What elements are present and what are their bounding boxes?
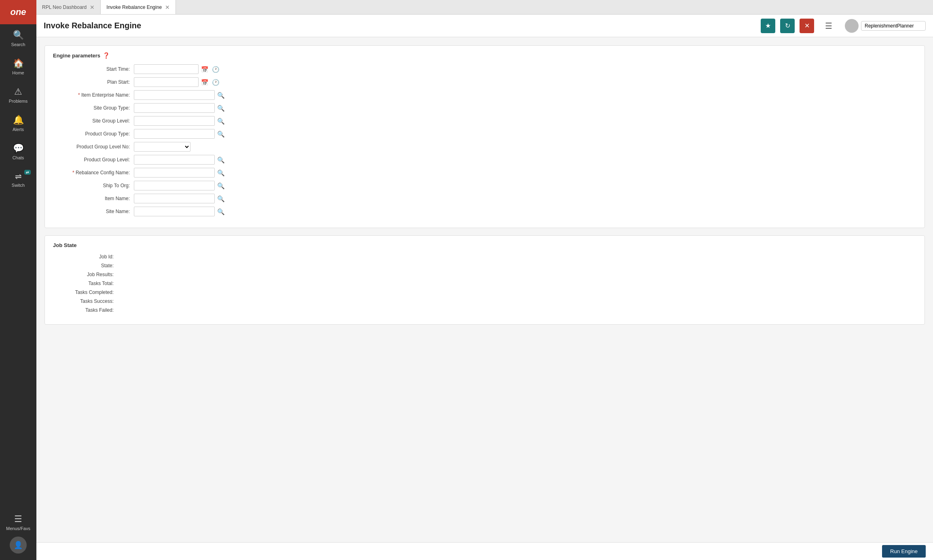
sidebar-item-alerts[interactable]: 🔔 Alerts (0, 109, 36, 137)
input-wrap-product-group-type: 🔍 (134, 129, 226, 139)
input-product-group-level[interactable] (134, 155, 215, 165)
help-icon[interactable]: ❓ (103, 52, 110, 59)
clock-btn-plan-start[interactable]: 🕐 (211, 79, 220, 86)
page-footer: Run Engine (36, 542, 933, 560)
close-button[interactable]: ✕ (800, 19, 814, 33)
search-btn-site-group-type[interactable]: 🔍 (216, 105, 226, 112)
user-avatar-sidebar[interactable]: 👤 (10, 537, 27, 554)
user-selector-wrapper: ReplenishmentPlanner (845, 19, 926, 33)
select-product-group-level-no[interactable] (134, 142, 190, 152)
label-plan-start: Plan Start: (53, 79, 134, 85)
label-ship-to-org: Ship To Org: (53, 183, 134, 188)
app-logo[interactable]: one (0, 0, 36, 24)
input-wrap-start-time: 📅 🕐 (134, 64, 220, 74)
state-label: State: (53, 263, 118, 268)
sidebar-item-home[interactable]: 🏠 Home (0, 53, 36, 81)
search-btn-ship-to-org[interactable]: 🔍 (216, 182, 226, 189)
tab-rebalance[interactable]: Invoke Rebalance Engine ✕ (101, 0, 176, 14)
input-wrap-rebalance-config: 🔍 (134, 168, 226, 178)
page-content: Engine parameters ❓ Start Time: 📅 🕐 Plan… (36, 37, 933, 542)
engine-parameters-section: Engine parameters ❓ Start Time: 📅 🕐 Plan… (44, 45, 925, 228)
label-product-group-level: Product Group Level: (53, 157, 134, 163)
search-btn-item-name[interactable]: 🔍 (216, 195, 226, 202)
input-item-name[interactable] (134, 194, 215, 203)
star-button[interactable]: ★ (761, 19, 775, 33)
tab-bar: RPL Neo Dashboard ✕ Invoke Rebalance Eng… (36, 0, 933, 15)
form-row-rebalance-config: Rebalance Config Name: 🔍 (53, 168, 916, 178)
search-btn-product-group-level[interactable]: 🔍 (216, 156, 226, 163)
search-btn-site-group-level[interactable]: 🔍 (216, 118, 226, 125)
sidebar-item-search-label: Search (11, 42, 25, 47)
calendar-btn-plan-start[interactable]: 📅 (200, 79, 209, 86)
input-product-group-type[interactable] (134, 129, 215, 139)
label-start-time: Start Time: (53, 66, 134, 72)
job-state-section: Job State Job Id: State: Job Results: Ta… (44, 235, 925, 325)
form-row-item-name: Item Name: 🔍 (53, 194, 916, 203)
tasks-completed-label: Tasks Completed: (53, 290, 118, 295)
job-row-tasks-total: Tasks Total: (53, 281, 916, 286)
job-row-tasks-failed: Tasks Failed: (53, 307, 916, 313)
label-item-name: Item Name: (53, 196, 134, 201)
search-btn-product-group-type[interactable]: 🔍 (216, 131, 226, 137)
sidebar-item-switch[interactable]: ⇄ ⇌ Switch (0, 166, 36, 193)
refresh-button[interactable]: ↻ (780, 19, 795, 33)
sidebar-item-switch-label: Switch (12, 183, 25, 188)
search-btn-site-name[interactable]: 🔍 (216, 208, 226, 215)
search-btn-rebalance-config[interactable]: 🔍 (216, 169, 226, 176)
form-row-plan-start: Plan Start: 📅 🕐 (53, 77, 916, 87)
input-site-group-level[interactable] (134, 116, 215, 126)
form-row-product-group-level-no: Product Group Level No: (53, 142, 916, 152)
input-wrap-product-group-level-no (134, 142, 190, 152)
tasks-total-label: Tasks Total: (53, 281, 118, 286)
search-icon: 🔍 (13, 30, 24, 40)
run-engine-button[interactable]: Run Engine (882, 545, 926, 558)
switch-icon: ⇌ (15, 171, 22, 181)
input-plan-start[interactable] (134, 77, 199, 87)
sidebar-item-alerts-label: Alerts (13, 127, 24, 132)
user-dropdown[interactable]: ReplenishmentPlanner (861, 21, 926, 31)
label-product-group-level-no: Product Group Level No: (53, 144, 134, 150)
sidebar-item-search[interactable]: 🔍 Search (0, 24, 36, 53)
input-start-time[interactable] (134, 64, 199, 74)
clock-btn-start-time[interactable]: 🕐 (211, 66, 220, 73)
user-avatar-icon: 👤 (14, 541, 23, 549)
sidebar-item-menus[interactable]: ☰ Menus/Favs (0, 508, 36, 537)
calendar-btn-start-time[interactable]: 📅 (200, 66, 209, 73)
sidebar: one 🔍 Search 🏠 Home ⚠ Problems 🔔 Alerts … (0, 0, 36, 560)
tab-dashboard-label: RPL Neo Dashboard (42, 4, 87, 10)
job-row-tasks-success: Tasks Success: (53, 298, 916, 304)
form-row-start-time: Start Time: 📅 🕐 (53, 64, 916, 74)
job-row-state: State: (53, 263, 916, 268)
job-row-tasks-completed: Tasks Completed: (53, 290, 916, 295)
label-product-group-type: Product Group Type: (53, 131, 134, 137)
input-wrap-site-group-level: 🔍 (134, 116, 226, 126)
tasks-failed-label: Tasks Failed: (53, 307, 118, 313)
menu-button[interactable]: ☰ (821, 19, 836, 33)
input-site-name[interactable] (134, 207, 215, 216)
sidebar-item-menus-label: Menus/Favs (6, 526, 30, 531)
input-site-group-type[interactable] (134, 103, 215, 113)
form-row-ship-to-org: Ship To Org: 🔍 (53, 181, 916, 190)
input-ship-to-org[interactable] (134, 181, 215, 190)
input-rebalance-config[interactable] (134, 168, 215, 178)
input-item-enterprise[interactable] (134, 90, 215, 100)
input-wrap-plan-start: 📅 🕐 (134, 77, 220, 87)
switch-badge: ⇄ (24, 170, 31, 175)
tab-dashboard-close[interactable]: ✕ (90, 4, 95, 10)
input-wrap-product-group-level: 🔍 (134, 155, 226, 165)
main-area: RPL Neo Dashboard ✕ Invoke Rebalance Eng… (36, 0, 933, 560)
label-site-group-level: Site Group Level: (53, 118, 134, 124)
user-avatar (845, 19, 859, 33)
tab-rebalance-close[interactable]: ✕ (165, 4, 170, 10)
form-row-product-group-type: Product Group Type: 🔍 (53, 129, 916, 139)
sidebar-bottom: ☰ Menus/Favs 👤 (0, 508, 36, 560)
sidebar-item-chats[interactable]: 💬 Chats (0, 137, 36, 166)
form-row-site-name: Site Name: 🔍 (53, 207, 916, 216)
job-id-label: Job Id: (53, 254, 118, 260)
input-wrap-item-enterprise: 🔍 (134, 90, 226, 100)
job-row-job-results: Job Results: (53, 272, 916, 277)
engine-parameters-title: Engine parameters ❓ (53, 52, 916, 59)
search-btn-item-enterprise[interactable]: 🔍 (216, 92, 226, 99)
sidebar-item-problems[interactable]: ⚠ Problems (0, 81, 36, 109)
tab-dashboard[interactable]: RPL Neo Dashboard ✕ (36, 0, 101, 14)
